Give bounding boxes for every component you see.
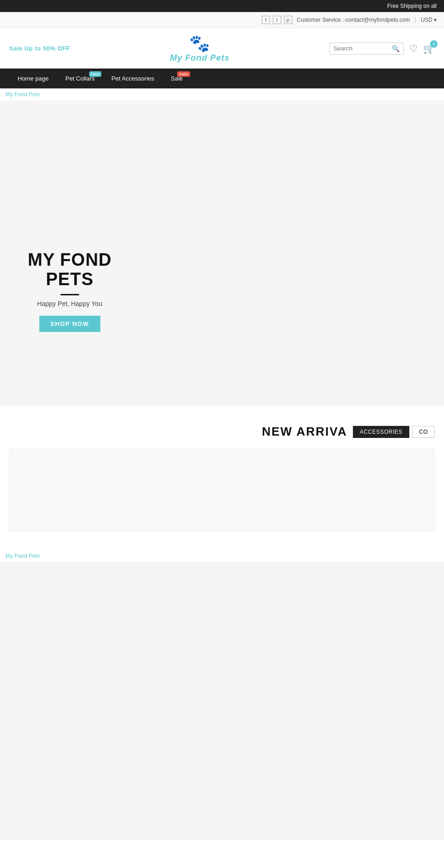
nav-accessories-label: Pet Accessories xyxy=(111,75,154,82)
announcement-bar: Free Shipping on all xyxy=(0,0,444,12)
filter-tab-accessories[interactable]: ACCESSORIES xyxy=(353,426,409,438)
section2: My Fond Pets xyxy=(0,550,444,840)
nav-item-collars[interactable]: Pet Collars New xyxy=(57,69,103,88)
twitter-icon[interactable]: t xyxy=(273,16,281,24)
hero-subtitle: Happy Pet, Happy You xyxy=(28,300,112,307)
hero-divider xyxy=(61,294,79,295)
breadcrumb2-label: My Fond Pets xyxy=(6,553,40,559)
main-nav: Home page Pet Collars New Pet Accessorie… xyxy=(0,69,444,88)
cart-badge: 0 xyxy=(430,40,438,48)
currency-selector[interactable]: USD ▾ xyxy=(421,17,437,23)
logo-area[interactable]: 🐾 My Fond Pets xyxy=(170,34,229,63)
top-utility-bar: f t p Customer Service :-contact@myfondp… xyxy=(0,12,444,28)
sale-text: Sale Up to 50% OFF xyxy=(9,45,70,52)
filter-tabs: ACCESSORIES CO xyxy=(353,426,435,438)
nav-item-home[interactable]: Home page xyxy=(9,69,57,88)
nav-sale-badge: Sale! xyxy=(177,71,191,77)
hero2-image-area xyxy=(0,562,444,840)
breadcrumb-label: My Fond Pets xyxy=(6,91,40,98)
paw-icon: 🐾 xyxy=(189,34,210,53)
site-logo-text: My Fond Pets xyxy=(170,53,229,63)
currency-label: USD xyxy=(421,17,432,23)
social-icons: f t p xyxy=(262,16,292,24)
header-actions: 🔍 ♡ 🛒 0 xyxy=(329,43,435,55)
currency-arrow-icon: ▾ xyxy=(434,17,437,23)
customer-service-label: Customer Service :-contact@myfondpets.co… xyxy=(297,17,410,23)
product-grid xyxy=(9,448,435,531)
site-header: Sale Up to 50% OFF 🐾 My Fond Pets 🔍 ♡ 🛒 … xyxy=(0,28,444,69)
separator: | xyxy=(415,17,416,23)
header-sale-area: Sale Up to 50% OFF xyxy=(9,45,70,52)
pinterest-icon[interactable]: p xyxy=(284,16,292,24)
nav-item-accessories[interactable]: Pet Accessories xyxy=(103,69,163,88)
section-title: NEW ARRIVA xyxy=(262,425,347,439)
nav-collars-badge: New xyxy=(89,71,101,77)
section-header: NEW ARRIVA ACCESSORIES CO xyxy=(9,425,435,439)
nav-home-label: Home page xyxy=(18,75,49,82)
filter-tab-collars[interactable]: CO xyxy=(412,426,435,438)
wishlist-icon[interactable]: ♡ xyxy=(409,43,418,54)
search-input[interactable] xyxy=(333,45,389,52)
breadcrumb2[interactable]: My Fond Pets xyxy=(0,550,444,562)
search-box[interactable]: 🔍 xyxy=(329,43,404,55)
nav-item-sale[interactable]: Sale Sale! xyxy=(162,69,191,88)
facebook-icon[interactable]: f xyxy=(262,16,270,24)
announcement-text: Free Shipping on all xyxy=(387,3,437,9)
hero-content: MY FOND PETS Happy Pet, Happy You SHOP N… xyxy=(28,250,112,332)
new-arrivals-section: NEW ARRIVA ACCESSORIES CO xyxy=(0,406,444,541)
cart-icon[interactable]: 🛒 0 xyxy=(423,43,435,54)
hero-section: MY FOND PETS Happy Pet, Happy You SHOP N… xyxy=(0,100,444,406)
breadcrumb[interactable]: My Fond Pets xyxy=(0,88,444,100)
hero-title-line1: MY FOND PETS xyxy=(28,250,112,289)
shop-now-button[interactable]: SHOP NOW xyxy=(39,316,100,332)
search-icon[interactable]: 🔍 xyxy=(392,45,400,52)
